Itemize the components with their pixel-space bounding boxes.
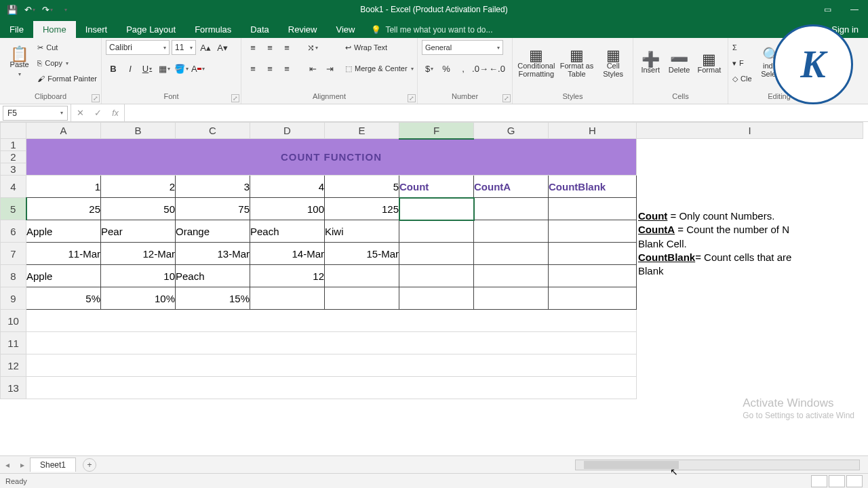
border-button[interactable]: ▦▾ [157, 61, 172, 76]
cell-B6[interactable]: Pear [101, 220, 176, 243]
comma-icon[interactable]: , [456, 61, 471, 76]
cell-C4[interactable]: 3 [176, 176, 250, 198]
bold-button[interactable]: B [106, 61, 121, 76]
conditional-formatting-button[interactable]: ▦Conditional Formatting [517, 40, 556, 89]
row-header-8[interactable]: 8 [1, 265, 26, 287]
cell-F7[interactable] [399, 243, 474, 265]
page-layout-view-icon[interactable] [829, 475, 845, 487]
cell-H5[interactable] [549, 198, 637, 220]
add-sheet-button[interactable]: + [83, 458, 96, 472]
cell-H7[interactable] [549, 243, 637, 265]
cell-D6[interactable]: Peach [250, 220, 325, 243]
align-center-icon[interactable]: ≡ [262, 61, 277, 76]
col-header-I[interactable]: I [637, 123, 863, 139]
cell-H8[interactable] [549, 265, 637, 287]
row-header-1[interactable]: 1 [1, 139, 26, 151]
col-header-F[interactable]: F [399, 123, 474, 139]
cell-A5[interactable]: 25 [26, 198, 101, 220]
row-header-3[interactable]: 3 [1, 163, 26, 176]
tab-review[interactable]: Review [279, 21, 327, 38]
cell-A9[interactable]: 5% [26, 287, 101, 310]
cell-C5[interactable]: 75 [176, 198, 250, 220]
cell-H9[interactable] [549, 287, 637, 310]
row-header-2[interactable]: 2 [1, 151, 26, 163]
tab-page-layout[interactable]: Page Layout [117, 21, 185, 38]
cut-button[interactable]: ✂Cut [37, 40, 97, 55]
align-right-icon[interactable]: ≡ [279, 61, 294, 76]
cell-A7[interactable]: 11-Mar [26, 243, 101, 265]
cell-B7[interactable]: 12-Mar [101, 243, 176, 265]
formula-input[interactable] [125, 106, 868, 121]
page-break-view-icon[interactable] [846, 475, 863, 487]
row-11[interactable] [26, 332, 637, 354]
font-color-button[interactable]: A▾ [191, 61, 205, 76]
cell-C6[interactable]: Orange [176, 220, 250, 243]
notes-area[interactable]: Count = Only count Numbers. CountA = Cou… [637, 139, 863, 399]
tab-data[interactable]: Data [241, 21, 278, 38]
fill-color-button[interactable]: 🪣▾ [174, 61, 189, 76]
insert-cells-button[interactable]: ➕Insert [637, 40, 663, 89]
cell-B4[interactable]: 2 [101, 176, 176, 198]
increase-decimal-icon[interactable]: .0→ [473, 61, 488, 76]
cell-A6[interactable]: Apple [26, 220, 101, 243]
cell-F9[interactable] [399, 287, 474, 310]
col-header-H[interactable]: H [549, 123, 637, 139]
col-header-A[interactable]: A [26, 123, 101, 139]
cell-F4[interactable]: Count [399, 176, 474, 198]
sheet-nav-next-icon[interactable]: ▸ [15, 460, 30, 470]
cell-B8[interactable]: 10 [101, 265, 176, 287]
cell-G5[interactable] [474, 198, 549, 220]
align-bottom-icon[interactable]: ≡ [279, 40, 294, 55]
tab-file[interactable]: File [0, 21, 33, 38]
decrease-decimal-icon[interactable]: ←.0 [490, 61, 505, 76]
clear-button[interactable]: ◇Cle [732, 71, 752, 86]
cell-F8[interactable] [399, 265, 474, 287]
merge-center-button[interactable]: ⬚Merge & Center▾ [345, 61, 414, 76]
normal-view-icon[interactable] [811, 475, 827, 487]
cell-E5[interactable]: 125 [325, 198, 399, 220]
row-header-4[interactable]: 4 [1, 176, 26, 198]
col-header-G[interactable]: G [474, 123, 549, 139]
cell-B9[interactable]: 10% [101, 287, 176, 310]
row-header-11[interactable]: 11 [1, 332, 26, 354]
row-12[interactable] [26, 354, 637, 377]
shrink-font-icon[interactable]: A▾ [215, 40, 230, 55]
cell-G6[interactable] [474, 220, 549, 243]
redo-icon[interactable]: ↷▾ [39, 1, 56, 18]
row-header-10[interactable]: 10 [1, 310, 26, 332]
indent-decrease-icon[interactable]: ⇤ [305, 61, 320, 76]
sheet-tab-sheet1[interactable]: Sheet1 [30, 458, 76, 472]
currency-icon[interactable]: $▾ [422, 61, 437, 76]
font-launcher-icon[interactable]: ⤢ [231, 94, 239, 102]
cell-A8[interactable]: Apple [26, 265, 101, 287]
cell-D5[interactable]: 100 [250, 198, 325, 220]
underline-button[interactable]: U▾ [140, 61, 155, 76]
cell-H4[interactable]: CountBlank [549, 176, 637, 198]
cell-G4[interactable]: CountA [474, 176, 549, 198]
minimize-icon[interactable]: — [841, 0, 868, 19]
cell-G8[interactable] [474, 265, 549, 287]
cell-D9[interactable] [250, 287, 325, 310]
copy-button[interactable]: ⎘Copy▾ [37, 56, 97, 70]
row-header-13[interactable]: 13 [1, 377, 26, 399]
row-13[interactable] [26, 377, 637, 399]
col-header-B[interactable]: B [101, 123, 176, 139]
fx-icon[interactable]: fx [106, 104, 124, 122]
font-size-select[interactable]: 11▾ [172, 40, 196, 55]
cell-D7[interactable]: 14-Mar [250, 243, 325, 265]
cell-A4[interactable]: 1 [26, 176, 101, 198]
col-header-C[interactable]: C [176, 123, 250, 139]
cancel-icon[interactable]: ✕ [71, 104, 89, 122]
row-header-12[interactable]: 12 [1, 354, 26, 377]
cell-D4[interactable]: 4 [250, 176, 325, 198]
row-header-6[interactable]: 6 [1, 220, 26, 243]
alignment-launcher-icon[interactable]: ⤢ [408, 94, 416, 102]
cell-B5[interactable]: 50 [101, 198, 176, 220]
col-header-E[interactable]: E [325, 123, 399, 139]
save-icon[interactable]: 💾 [4, 1, 20, 18]
cell-G7[interactable] [474, 243, 549, 265]
tab-insert[interactable]: Insert [76, 21, 117, 38]
row-header-5[interactable]: 5 [1, 198, 26, 220]
row-header-7[interactable]: 7 [1, 243, 26, 265]
delete-cells-button[interactable]: ➖Delete [666, 40, 692, 89]
